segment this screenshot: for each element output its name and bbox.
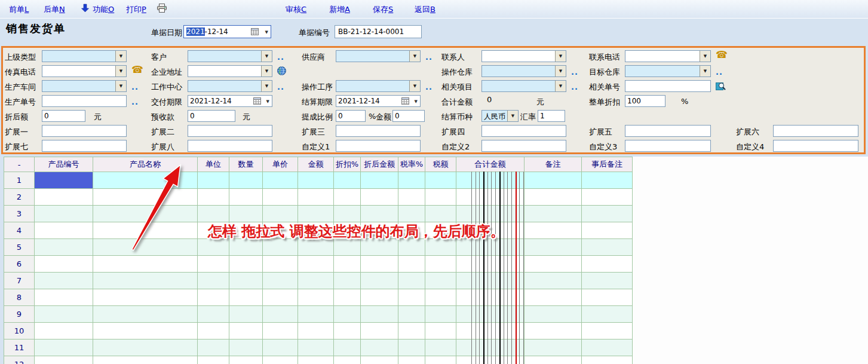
grid-cell[interactable] — [425, 339, 456, 356]
grid-cell[interactable] — [93, 323, 198, 339]
grid-cell[interactable] — [198, 206, 229, 222]
browse-dots-button[interactable]: .. — [425, 53, 433, 62]
prev-doc-button[interactable]: 前单L — [9, 4, 29, 15]
grid-cell[interactable] — [582, 256, 633, 273]
grid-cell[interactable] — [229, 273, 263, 289]
combo-box[interactable]: ▼ — [481, 50, 566, 62]
grid-cell[interactable] — [398, 172, 425, 189]
combo-dropdown-button[interactable]: ▼ — [555, 51, 566, 62]
grid-cell[interactable] — [525, 323, 582, 339]
grid-cell[interactable] — [298, 306, 334, 323]
grid-cell[interactable] — [582, 306, 633, 323]
function-down-arrow-icon[interactable] — [81, 4, 89, 15]
grid-cell[interactable] — [398, 306, 425, 323]
grid-cell[interactable] — [456, 273, 525, 289]
back-button[interactable]: 返回B — [415, 4, 435, 15]
browse-dots-button[interactable]: .. — [425, 82, 433, 91]
combo-box[interactable]: ▼ — [481, 65, 566, 77]
text-input[interactable] — [625, 125, 711, 137]
grid-cell[interactable] — [35, 306, 93, 323]
text-input[interactable] — [773, 125, 858, 137]
grid-cell[interactable] — [263, 239, 298, 256]
grid-cell[interactable] — [198, 289, 229, 306]
save-button[interactable]: 保存S — [373, 4, 393, 15]
combo-box[interactable]: ▼ — [481, 80, 566, 92]
column-header[interactable]: 备注 — [525, 157, 582, 172]
grid-cell[interactable] — [93, 356, 198, 364]
grid-cell[interactable] — [229, 356, 263, 364]
grid-cell[interactable] — [525, 289, 582, 306]
grid-cell[interactable] — [334, 239, 361, 256]
combo-box[interactable]: ▼ — [336, 50, 421, 62]
combo-box[interactable]: ▼ — [42, 50, 127, 62]
grid-cell[interactable] — [582, 172, 633, 189]
doc-date-input[interactable]: 2021-12-14 ▼ — [183, 25, 271, 38]
grid-cell[interactable] — [525, 306, 582, 323]
grid-cell[interactable] — [525, 189, 582, 206]
grid-cell[interactable] — [298, 189, 334, 206]
extra-text-input[interactable]: 0 — [392, 110, 425, 122]
text-input[interactable]: 0 — [188, 110, 235, 122]
grid-cell[interactable] — [35, 273, 93, 289]
combo-box[interactable]: ▼ — [188, 50, 272, 62]
grid-cell[interactable] — [198, 306, 229, 323]
date-dropdown-arrow[interactable]: ▼ — [266, 99, 269, 104]
grid-cell[interactable] — [456, 356, 525, 364]
grid-cell[interactable] — [229, 339, 263, 356]
grid-cell[interactable] — [198, 239, 229, 256]
row-number-cell[interactable]: 8 — [4, 289, 35, 306]
grid-cell[interactable] — [263, 172, 298, 189]
grid-cell[interactable] — [334, 206, 361, 222]
doc-no-input[interactable]: BB-21-12-14-0001 — [335, 25, 422, 38]
grid-cell[interactable] — [198, 339, 229, 356]
grid-cell[interactable] — [525, 339, 582, 356]
combo-dropdown-button[interactable]: ▼ — [507, 111, 518, 121]
grid-cell[interactable] — [298, 356, 334, 364]
combo-dropdown-button[interactable]: ▼ — [115, 66, 126, 77]
grid-cell[interactable] — [298, 256, 334, 273]
grid-cell[interactable] — [334, 289, 361, 306]
grid-cell[interactable] — [298, 273, 334, 289]
grid-cell[interactable] — [298, 339, 334, 356]
function-menu-button[interactable]: 功能O — [93, 4, 114, 15]
combo-dropdown-button[interactable]: ▼ — [261, 81, 272, 91]
grid-cell[interactable] — [229, 189, 263, 206]
text-input[interactable] — [42, 140, 127, 152]
column-header[interactable]: 事后备注 — [582, 157, 633, 172]
text-input[interactable] — [481, 125, 566, 137]
grid-cell[interactable] — [361, 239, 398, 256]
row-number-cell[interactable]: 6 — [4, 256, 35, 273]
grid-cell[interactable] — [93, 273, 198, 289]
column-header[interactable]: 折后金额 — [361, 157, 398, 172]
browse-dots-button[interactable]: .. — [277, 53, 284, 62]
combo-box[interactable]: ▼ — [336, 80, 421, 92]
grid-cell[interactable] — [456, 306, 525, 323]
grid-cell[interactable] — [582, 222, 633, 239]
add-new-button[interactable]: 新增A — [329, 4, 350, 15]
grid-cell[interactable] — [334, 273, 361, 289]
grid-cell[interactable] — [425, 306, 456, 323]
combo-dropdown-button[interactable]: ▼ — [115, 51, 126, 62]
grid-cell[interactable] — [93, 206, 198, 222]
column-header[interactable]: 折扣% — [334, 157, 361, 172]
selected-cell[interactable] — [35, 172, 93, 189]
combo-box[interactable]: ▼ — [188, 65, 272, 77]
combo-dropdown-button[interactable]: ▼ — [700, 51, 710, 62]
browse-dots-button[interactable]: .. — [571, 68, 578, 77]
combo-box[interactable]: ▼ — [625, 50, 711, 62]
row-number-cell[interactable]: 5 — [4, 239, 35, 256]
column-header[interactable]: 产品名称 — [93, 157, 198, 172]
grid-cell[interactable] — [298, 323, 334, 339]
grid-cell[interactable] — [582, 356, 633, 364]
column-header[interactable]: 数量 — [229, 157, 263, 172]
grid-cell[interactable] — [425, 356, 456, 364]
grid-cell[interactable] — [93, 222, 198, 239]
grid-cell[interactable] — [361, 189, 398, 206]
column-header[interactable]: 金额 — [298, 157, 334, 172]
column-header[interactable]: 合计金额 — [456, 157, 525, 172]
grid-cell[interactable] — [298, 289, 334, 306]
row-number-cell[interactable]: 11 — [4, 339, 35, 356]
text-input[interactable]: 100 — [625, 95, 665, 107]
combo-dropdown-button[interactable]: ▼ — [115, 81, 126, 91]
text-input[interactable] — [42, 125, 127, 137]
